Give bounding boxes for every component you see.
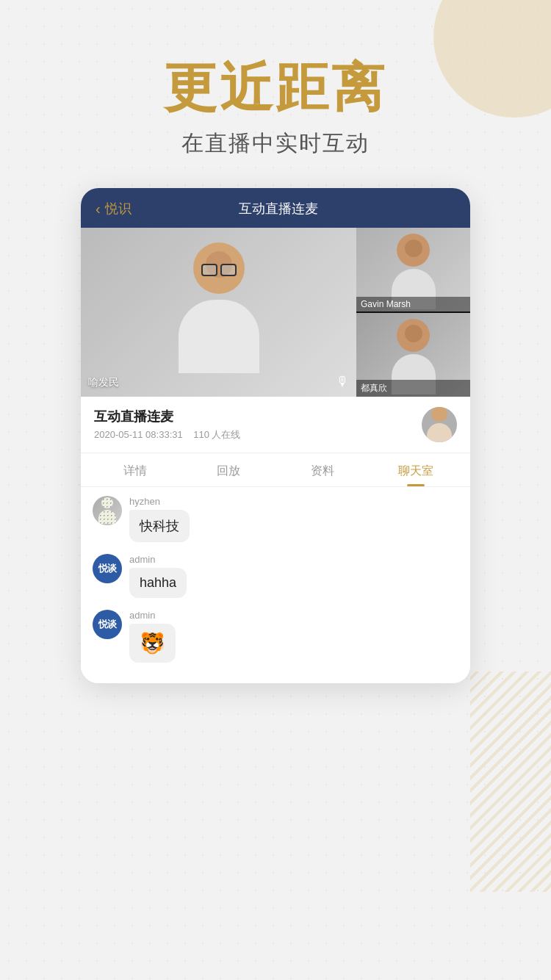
chat-avatar-1 <box>93 496 122 525</box>
main-person-head <box>193 242 245 294</box>
host-avatar-inner <box>427 407 452 442</box>
chat-message-2: 悦谈 admin hahha <box>93 554 458 598</box>
tab-replay[interactable]: 回放 <box>182 453 276 486</box>
main-person-body <box>179 300 259 373</box>
side-video-2: 都真欣 <box>356 313 470 397</box>
app-mockup-card: ‹ 悦识 互动直播连麦 喻发民 🎙 <box>81 188 470 683</box>
side-speaker-1-label: Gavin Marsh <box>356 297 470 311</box>
chat-username-3: admin <box>129 610 458 621</box>
chat-bubble-2: hahha <box>129 568 187 598</box>
hero-section: 更近距离 在直播中实时互动 <box>0 0 551 188</box>
chat-content-3: admin 🐯 <box>129 610 458 663</box>
chat-avatar-3: 悦谈 <box>93 610 122 639</box>
mic-icon: 🎙 <box>336 374 349 389</box>
chat-content-2: admin hahha <box>129 554 458 598</box>
app-header: ‹ 悦识 互动直播连麦 <box>81 188 470 228</box>
tab-details[interactable]: 详情 <box>88 453 182 486</box>
yuetalk-logo: 悦谈 <box>98 562 116 575</box>
side-person-1-head <box>397 234 430 267</box>
back-button[interactable]: ‹ 悦识 <box>96 200 132 217</box>
chat-content-1: hyzhen 快科技 <box>129 496 458 542</box>
video-grid: 喻发民 🎙 Gavin Marsh 都真欣 <box>81 228 470 397</box>
user1-body <box>98 510 116 524</box>
tab-bar: 详情 回放 资料 聊天室 <box>81 453 470 487</box>
chat-username-2: admin <box>129 554 458 565</box>
yuetalk-logo-2: 悦谈 <box>98 618 116 631</box>
info-date: 2020-05-11 08:33:31 <box>94 429 183 440</box>
host-avatar-head <box>431 407 447 422</box>
chat-bubble-3: 🐯 <box>129 624 176 663</box>
back-label: 悦识 <box>105 200 132 217</box>
tab-chat[interactable]: 聊天室 <box>370 453 464 486</box>
chat-bubble-1: 快科技 <box>129 510 190 542</box>
chat-message-3: 悦谈 admin 🐯 <box>93 610 458 663</box>
chat-area: hyzhen 快科技 悦谈 admin hahha 悦谈 admin 🐯 <box>81 487 470 683</box>
back-chevron-icon: ‹ <box>96 201 101 217</box>
chat-username-1: hyzhen <box>129 496 458 507</box>
info-title: 互动直播连麦 <box>94 408 422 425</box>
chat-avatar-2: 悦谈 <box>93 554 122 583</box>
user1-person <box>97 497 118 524</box>
video-main: 喻发民 🎙 <box>81 228 356 397</box>
user1-head <box>101 497 113 508</box>
tab-materials[interactable]: 资料 <box>276 453 370 486</box>
host-avatar-body <box>427 423 452 442</box>
side-video-1: Gavin Marsh <box>356 228 470 311</box>
main-person <box>171 242 267 382</box>
info-meta: 2020-05-11 08:33:31 110 人在线 <box>94 428 422 442</box>
chat-message-1: hyzhen 快科技 <box>93 496 458 542</box>
hero-subtitle: 在直播中实时互动 <box>0 129 551 159</box>
bg-decoration-stripe <box>470 671 551 892</box>
host-avatar <box>422 407 457 442</box>
main-speaker-video <box>81 228 356 397</box>
info-text: 互动直播连麦 2020-05-11 08:33:31 110 人在线 <box>94 408 422 442</box>
side-speaker-2-label: 都真欣 <box>356 380 470 397</box>
hero-title: 更近距离 <box>0 59 551 117</box>
side-person-2-head <box>397 319 430 352</box>
app-header-title: 互动直播连麦 <box>146 200 411 217</box>
main-speaker-label: 喻发民 <box>88 376 119 389</box>
info-row: 互动直播连麦 2020-05-11 08:33:31 110 人在线 <box>81 397 470 453</box>
glasses-icon <box>201 264 237 275</box>
video-side: Gavin Marsh 都真欣 <box>356 228 470 397</box>
info-online: 110 人在线 <box>193 429 240 440</box>
